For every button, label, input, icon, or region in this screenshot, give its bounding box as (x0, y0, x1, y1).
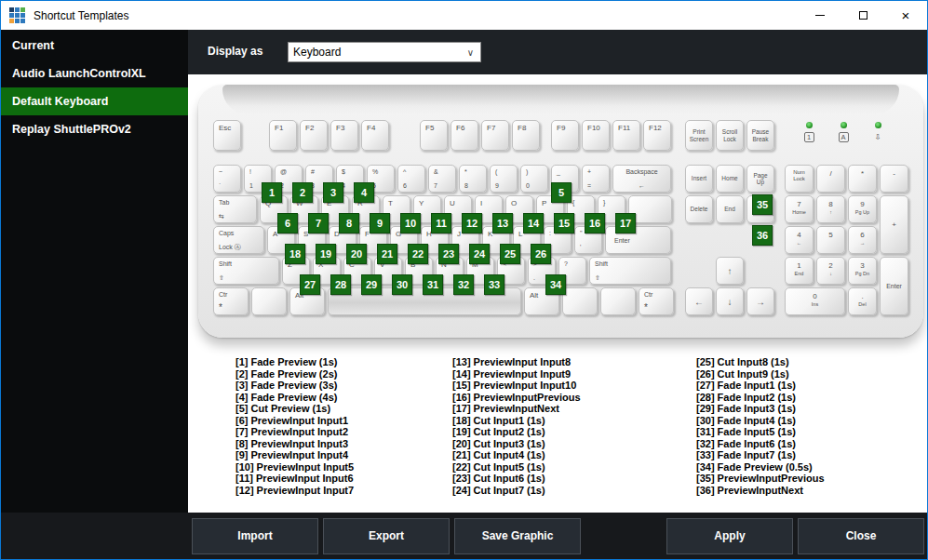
key-f1: F1 (269, 120, 297, 151)
close-button[interactable]: × (884, 1, 927, 30)
legend-entry: [12] PreviewInput Input7 (235, 485, 354, 497)
legend-entry: [33] Fade Input7 (1s) (696, 449, 825, 461)
key-row: Tab⇆Q6W7E8R9T10Y11U12I13O14P15{[16}]17 (213, 195, 674, 223)
fkey-group-3: F9F10F11F12 (551, 120, 671, 151)
legend-entry: [4] Fade Preview (4s) (235, 392, 354, 404)
minimize-icon (815, 15, 825, 16)
legend-column-2: [13] PreviewInput Input8[14] PreviewInpu… (452, 356, 581, 496)
minimize-button[interactable] (799, 1, 841, 30)
key-shift: Shift⇧ (589, 257, 671, 285)
key-f9: F9 (551, 120, 579, 151)
key-1: 1End (785, 257, 814, 285)
legend-entry: [28] Fade Input2 (1s) (696, 392, 825, 404)
key-end: End (716, 195, 744, 223)
legend-entry: [15] PreviewInput Input10 (452, 380, 581, 392)
key-page-up: PageUp35 (746, 165, 774, 193)
shortcut-badge-13: 13 (492, 213, 513, 233)
key-arrow-left: ← (685, 287, 713, 315)
legend-entry: [22] Cut Input5 (1s) (452, 461, 581, 473)
legend-entry: [31] Fade Input5 (1s) (696, 426, 825, 438)
display-as-label: Display as (208, 45, 262, 58)
legend-entry: [18] Cut Input1 (1s) (452, 415, 581, 427)
window-controls: × (799, 1, 927, 30)
export-button[interactable]: Export (323, 518, 450, 554)
fkey-group-1: F1F2F3F4 (269, 120, 389, 151)
legend-entry: [14] PreviewInput Input9 (452, 368, 581, 380)
legend-entry: [20] Cut Input3 (1s) (452, 438, 581, 450)
key-f5: F5 (420, 120, 448, 151)
sidebar: CurrentAudio LaunchControlXLDefault Keyb… (1, 30, 188, 513)
footer-bar: ImportExportSave Graphic ApplyClose (1, 513, 927, 559)
main-rows: ~`!11@22#33$44%5^6&7*8(9)05_-+=Backspace… (213, 165, 674, 315)
shortcut-badge-14: 14 (523, 213, 544, 233)
legend-entry: [35] PreviewInputPrevious (696, 473, 825, 485)
led-icon-a: A (839, 132, 849, 142)
legend-entry: [27] Fade Input1 (1s) (696, 380, 825, 392)
legend-entry: [3] Fade Preview (3s) (235, 380, 354, 392)
key-f10: F10 (582, 120, 610, 151)
system-keys-row: PrintScreenScrollLockPauseBreak (685, 120, 774, 151)
key-shift: Shift⇧ (213, 257, 279, 285)
key-enter: Enter (880, 257, 908, 315)
legend-entry: [16] PreviewInputPrevious (452, 392, 581, 404)
sidebar-item-audio-launchcontrolxl[interactable]: Audio LaunchControlXL (1, 60, 188, 87)
key-ctr: Ctr* (213, 287, 249, 315)
key-6: 6→ (848, 226, 877, 254)
legend-entry: [7] PreviewInput Input2 (235, 426, 354, 438)
shortcut-badge-28: 28 (330, 274, 351, 295)
apply-button[interactable]: Apply (666, 518, 793, 554)
key-arrow-up: ↑ (716, 257, 744, 285)
key-f3: F3 (330, 120, 358, 151)
chevron-down-icon: ∨ (467, 47, 474, 58)
maximize-icon (859, 11, 867, 20)
key-home: Home (716, 165, 744, 193)
maximize-button[interactable] (841, 1, 884, 30)
key-blank: / (816, 165, 845, 193)
key-arrow-right: → (746, 287, 774, 315)
main-panel: EscF1F2F3F4F5F6F7F8F9F10F11F12 ~`!11@22#… (188, 74, 927, 513)
shortcut-badge-32: 32 (453, 274, 474, 295)
legend-entry: [11] PreviewInput Input6 (235, 473, 354, 485)
key-tab: Tab⇆ (213, 195, 257, 223)
import-button[interactable]: Import (192, 518, 318, 554)
key-esc: Esc (213, 120, 241, 151)
led-icon-blank: ⇩ (874, 132, 881, 142)
led-indicator: ⇩ (867, 120, 889, 151)
led-indicators: 1A⇩ (785, 120, 908, 151)
close-button[interactable]: Close (798, 518, 924, 554)
key-3: 3Pg Dn (848, 257, 877, 285)
key-7: 7Home (785, 195, 814, 223)
sidebar-item-current[interactable]: Current (1, 32, 188, 60)
key-9: 9Pg Up (848, 195, 877, 223)
shortcut-badge-18: 18 (285, 244, 305, 264)
legend-entry: [10] PreviewInput Input5 (235, 461, 354, 473)
shortcut-badge-22: 22 (408, 244, 428, 264)
legend-entry: [26] Cut Input9 (1s) (696, 368, 825, 380)
legend-entry: [34] Fade Preview (0.5s) (696, 461, 825, 473)
shortcut-badge-23: 23 (438, 244, 459, 264)
key-5: 5 (816, 226, 845, 254)
shortcut-badge-19: 19 (316, 244, 336, 264)
shortcut-badge-25: 25 (500, 244, 520, 264)
led-indicator: 1 (798, 120, 820, 151)
shortcut-badge-30: 30 (392, 274, 412, 295)
shortcut-badge-7: 7 (308, 213, 329, 233)
topbar: Display as Keyboard ∨ (188, 30, 927, 74)
key-f12: F12 (643, 120, 671, 151)
sidebar-item-default-keyboard[interactable]: Default Keyboard (1, 87, 188, 115)
shortcut-badge-8: 8 (339, 213, 359, 233)
shortcut-badge-33: 33 (484, 274, 504, 295)
display-as-dropdown[interactable]: Keyboard ∨ (288, 42, 481, 62)
numpad-grid: NumLock/*-7Home8↑9Pg Up+4←56→1End2↓3Pg D… (785, 165, 908, 315)
key-0: )05 (520, 165, 548, 193)
shortcut-badge-6: 6 (277, 213, 298, 233)
key-8: 8↑ (816, 195, 845, 223)
legend-entry: [8] PreviewInput Input3 (235, 438, 354, 450)
shortcut-badge-16: 16 (585, 213, 605, 233)
led-dot (841, 122, 847, 128)
footer-right-buttons: ApplyClose (666, 518, 924, 554)
legend-entry: [17] PreviewInputNext (452, 403, 581, 415)
save-graphic-button[interactable]: Save Graphic (454, 518, 581, 554)
sidebar-item-replay-shuttleprov2[interactable]: Replay ShuttlePROv2 (1, 115, 188, 143)
key-f2: F2 (300, 120, 328, 151)
